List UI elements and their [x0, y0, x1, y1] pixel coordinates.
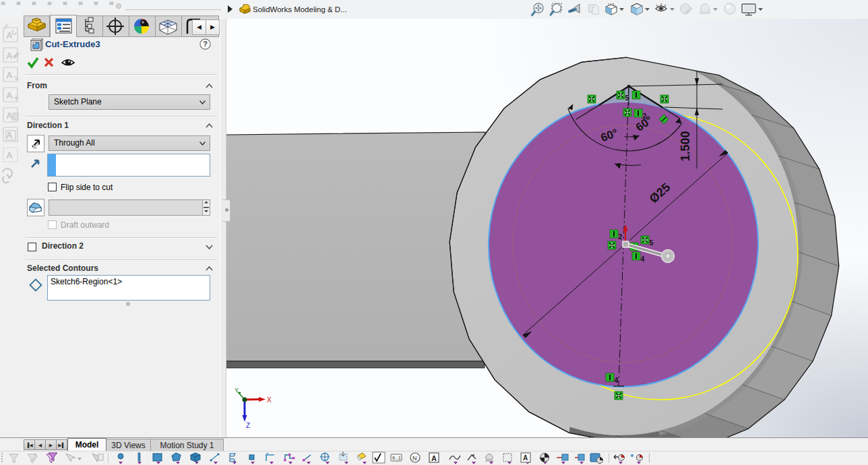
svg-text:2: 2: [619, 232, 623, 241]
svg-text:4: 4: [641, 255, 645, 263]
svg-text:5: 5: [625, 94, 629, 102]
svg-text:2: 2: [643, 112, 647, 120]
svg-text:A: A: [6, 70, 13, 80]
svg-text:A: A: [6, 150, 13, 160]
svg-text:A: A: [431, 454, 437, 462]
svg-text:?: ?: [203, 40, 208, 48]
svg-text:A: A: [6, 111, 13, 121]
svg-text:A: A: [523, 454, 528, 462]
svg-text:A: A: [6, 90, 13, 100]
svg-text:0.1: 0.1: [392, 456, 401, 461]
svg-text:5: 5: [650, 239, 654, 247]
svg-text:Z: Z: [246, 422, 250, 429]
svg-text:4: 4: [615, 376, 619, 384]
svg-text:A: A: [6, 130, 13, 140]
svg-text:X: X: [267, 396, 272, 404]
svg-text:A: A: [6, 51, 13, 61]
svg-text:Y: Y: [235, 387, 239, 394]
svg-text:N: N: [412, 455, 417, 462]
svg-text:1.500: 1.500: [679, 131, 692, 161]
